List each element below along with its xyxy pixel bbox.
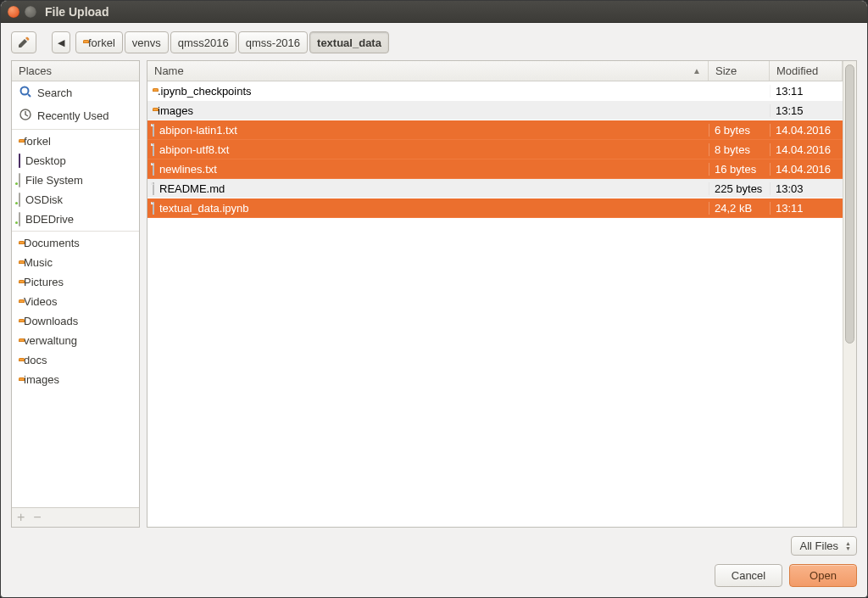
file-modified: 14.04.2016 bbox=[770, 143, 843, 156]
file-row[interactable]: textual_data.ipynb24,2 kB13:11 bbox=[147, 198, 843, 218]
file-name: abipon-utf8.txt bbox=[159, 143, 229, 156]
sidebar-item-label: File System bbox=[25, 174, 83, 187]
file-icon bbox=[153, 143, 154, 156]
sidebar-item-label: Music bbox=[24, 256, 53, 269]
svg-line-1 bbox=[28, 94, 31, 97]
sidebar-item[interactable]: docs bbox=[12, 350, 139, 370]
file-size: 225 bytes bbox=[709, 182, 770, 195]
file-row[interactable]: .ipynb_checkpoints13:11 bbox=[147, 81, 843, 101]
file-modified: 13:11 bbox=[770, 202, 843, 215]
sidebar-item[interactable]: OSDisk bbox=[12, 190, 139, 210]
file-row[interactable]: images13:15 bbox=[147, 101, 843, 120]
sidebar-item-label: BDEDrive bbox=[25, 213, 74, 226]
add-bookmark-button[interactable]: + bbox=[17, 511, 25, 523]
dialog-footer: All Files ▲▼ Cancel Open bbox=[1, 528, 867, 597]
sidebar-item[interactable]: Recently Used bbox=[12, 104, 139, 127]
file-row[interactable]: abipon-latin1.txt6 bytes14.04.2016 bbox=[147, 120, 843, 140]
breadcrumb-back-button[interactable]: ◀ bbox=[52, 31, 70, 53]
desktop-icon bbox=[19, 154, 20, 167]
sidebar-item-label: Search bbox=[37, 87, 72, 99]
clock-icon bbox=[19, 108, 32, 124]
file-modified: 14.04.2016 bbox=[770, 163, 843, 176]
scrollbar-thumb[interactable] bbox=[845, 64, 854, 344]
file-icon bbox=[153, 202, 154, 215]
file-modified: 13:11 bbox=[770, 85, 843, 98]
sidebar-item[interactable]: verwaltung bbox=[12, 331, 139, 350]
file-name: README.md bbox=[159, 182, 225, 195]
drive-icon bbox=[19, 193, 20, 206]
file-name: abipon-latin1.txt bbox=[159, 124, 237, 137]
sidebar-item[interactable]: images bbox=[12, 370, 139, 389]
file-size: 24,2 kB bbox=[709, 202, 770, 215]
sidebar-item[interactable]: forkel bbox=[12, 131, 139, 151]
file-list-pane: Name ▲ Size Modified .ipynb_checkpoints1… bbox=[147, 60, 857, 528]
cancel-button[interactable]: Cancel bbox=[715, 564, 782, 587]
sort-asc-icon: ▲ bbox=[693, 66, 701, 75]
file-size: 6 bytes bbox=[709, 124, 770, 137]
sidebar-item-label: Desktop bbox=[25, 154, 66, 167]
sidebar-item-label: OSDisk bbox=[25, 193, 63, 206]
sidebar-item[interactable]: Downloads bbox=[12, 311, 139, 331]
sidebar-item[interactable]: Desktop bbox=[12, 151, 139, 170]
edit-path-button[interactable] bbox=[11, 31, 36, 53]
remove-bookmark-button[interactable]: − bbox=[33, 511, 41, 523]
file-icon bbox=[153, 182, 154, 195]
sidebar-item[interactable]: Search bbox=[12, 81, 139, 104]
sidebar-item-label: forkel bbox=[24, 135, 51, 148]
file-upload-dialog: File Upload ◀ forkelvenvsqmss2016qmss-20… bbox=[0, 0, 868, 598]
column-header-size[interactable]: Size bbox=[709, 61, 770, 81]
file-icon bbox=[153, 163, 154, 176]
file-size: 16 bytes bbox=[709, 163, 770, 176]
file-type-filter[interactable]: All Files ▲▼ bbox=[791, 536, 857, 556]
file-list-scrollbar[interactable] bbox=[843, 61, 856, 527]
window-close-button[interactable] bbox=[8, 6, 19, 18]
combo-spinner-icon: ▲▼ bbox=[845, 541, 851, 551]
breadcrumb-segment[interactable]: venvs bbox=[125, 31, 169, 53]
file-size: 8 bytes bbox=[709, 143, 770, 156]
breadcrumb-segment[interactable]: forkel bbox=[75, 31, 123, 53]
column-header-name[interactable]: Name ▲ bbox=[147, 61, 709, 81]
sidebar-item-label: verwaltung bbox=[24, 334, 77, 347]
file-icon bbox=[153, 124, 154, 137]
breadcrumb: forkelvenvsqmss2016qmss-2016textual_data bbox=[75, 31, 389, 53]
file-modified: 14.04.2016 bbox=[770, 124, 843, 137]
window-minimize-button[interactable] bbox=[25, 6, 36, 18]
chevron-left-icon: ◀ bbox=[58, 37, 64, 48]
column-header-modified[interactable]: Modified bbox=[770, 61, 843, 81]
file-modified: 13:03 bbox=[770, 182, 843, 195]
sidebar-item[interactable]: BDEDrive bbox=[12, 210, 139, 229]
sidebar-item[interactable]: File System bbox=[12, 170, 139, 190]
file-modified: 13:15 bbox=[770, 104, 843, 117]
sidebar-item-label: Videos bbox=[24, 295, 58, 308]
svg-point-0 bbox=[21, 87, 29, 95]
search-icon bbox=[19, 85, 32, 101]
breadcrumb-segment[interactable]: qmss-2016 bbox=[238, 31, 308, 53]
breadcrumb-segment[interactable]: textual_data bbox=[309, 31, 389, 53]
drive-icon bbox=[19, 174, 20, 187]
breadcrumb-segment[interactable]: qmss2016 bbox=[170, 31, 236, 53]
sidebar-item-label: Documents bbox=[24, 237, 80, 249]
window-title: File Upload bbox=[45, 5, 108, 19]
file-name: .ipynb_checkpoints bbox=[158, 85, 252, 98]
sidebar-item[interactable]: Documents bbox=[12, 233, 139, 253]
sidebar-item-label: images bbox=[24, 373, 59, 386]
sidebar-item-label: Recently Used bbox=[37, 109, 109, 122]
file-row[interactable]: README.md225 bytes13:03 bbox=[147, 179, 843, 198]
file-name: textual_data.ipynb bbox=[159, 202, 249, 215]
drive-icon bbox=[19, 213, 20, 226]
places-sidebar: Places SearchRecently UsedforkelDesktopF… bbox=[11, 60, 140, 528]
toolbar: ◀ forkelvenvsqmss2016qmss-2016textual_da… bbox=[1, 23, 867, 60]
file-row[interactable]: abipon-utf8.txt8 bytes14.04.2016 bbox=[147, 140, 843, 159]
sidebar-item[interactable]: Pictures bbox=[12, 272, 139, 292]
file-row[interactable]: newlines.txt16 bytes14.04.2016 bbox=[147, 159, 843, 179]
sidebar-item-label: Pictures bbox=[24, 276, 64, 288]
sidebar-item-label: docs bbox=[24, 354, 47, 366]
sidebar-item-label: Downloads bbox=[24, 315, 78, 327]
open-button[interactable]: Open bbox=[789, 564, 857, 587]
sidebar-item[interactable]: Music bbox=[12, 253, 139, 272]
pencil-icon bbox=[17, 36, 31, 49]
sidebar-separator bbox=[12, 231, 139, 232]
places-header: Places bbox=[12, 61, 139, 81]
file-name: images bbox=[158, 104, 193, 117]
sidebar-item[interactable]: Videos bbox=[12, 292, 139, 311]
